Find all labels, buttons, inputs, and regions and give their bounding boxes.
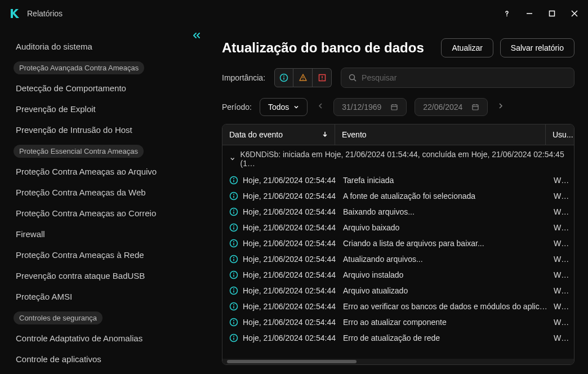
close-button[interactable]	[570, 9, 579, 18]
table-body[interactable]: K6DNDiSb: iniciada em Hoje, 21/06/2024 0…	[222, 145, 574, 359]
table-row[interactable]: Hoje, 21/06/2024 02:54:44Atualizando arq…	[222, 251, 574, 267]
period-dropdown-label: Todos	[268, 103, 289, 112]
row-user: W…	[554, 333, 567, 342]
sidebar-item[interactable]: Detecção de Comportamento	[0, 78, 208, 99]
maximize-button[interactable]	[547, 9, 556, 18]
search-box[interactable]	[341, 68, 574, 88]
severity-critical-toggle[interactable]	[313, 68, 332, 87]
help-button[interactable]	[502, 9, 511, 18]
table-row[interactable]: Hoje, 21/06/2024 02:54:44Arquivo baixado…	[222, 220, 574, 235]
row-user: W…	[554, 286, 567, 295]
sidebar-item[interactable]: Firewall	[0, 224, 208, 244]
info-icon	[229, 318, 238, 327]
info-icon	[229, 286, 238, 295]
svg-point-23	[233, 178, 234, 179]
svg-point-50	[233, 320, 234, 321]
svg-point-29	[233, 210, 234, 211]
save-report-button[interactable]: Salvar relatório	[500, 38, 574, 57]
svg-line-13	[354, 79, 357, 82]
date-from-input[interactable]: 31/12/1969	[333, 98, 407, 116]
row-event: Criando a lista de arquivos para baixar.…	[343, 239, 554, 248]
sidebar-item[interactable]: Proteção AMSI	[0, 286, 208, 307]
table-row[interactable]: Hoje, 21/06/2024 02:54:44Erro de atualiz…	[222, 330, 574, 346]
severity-warning-toggle[interactable]	[293, 68, 313, 87]
row-date: Hoje, 21/06/2024 02:54:44	[243, 333, 343, 342]
sidebar-item[interactable]: Proteção Contra Ameaças da Web	[0, 182, 208, 203]
table-row[interactable]: Hoje, 21/06/2024 02:54:44Erro ao verific…	[222, 299, 574, 314]
sidebar-item-system-audit[interactable]: Auditoria do sistema	[0, 36, 208, 57]
sidebar-section-header: Controles de segurança	[14, 311, 103, 324]
period-dropdown[interactable]: Todos	[260, 98, 308, 116]
table-row[interactable]: Hoje, 21/06/2024 02:54:44Erro ao atualiz…	[222, 314, 574, 330]
table-row[interactable]: Hoje, 21/06/2024 02:54:44A fonte de atua…	[222, 188, 574, 204]
table-row[interactable]: Hoje, 21/06/2024 02:54:44Arquivo instala…	[222, 267, 574, 283]
minimize-button[interactable]	[525, 9, 534, 18]
refresh-button[interactable]: Atualizar	[441, 38, 493, 57]
main-panel: Atualização do banco de dados Atualizar …	[208, 27, 588, 374]
row-user: W…	[554, 270, 567, 279]
svg-point-12	[350, 75, 355, 80]
sidebar-item[interactable]: Proteção Contra Ameaças ao Correio	[0, 203, 208, 224]
svg-point-32	[233, 225, 234, 226]
info-icon	[229, 255, 238, 264]
date-prev-button[interactable]	[315, 100, 326, 114]
row-severity-icon	[229, 302, 243, 311]
horizontal-scrollbar[interactable]	[222, 359, 574, 364]
table-row[interactable]: Hoje, 21/06/2024 02:54:44Tarefa iniciada…	[222, 172, 574, 188]
info-icon	[229, 223, 238, 232]
date-from-value: 31/12/1969	[342, 103, 381, 112]
row-event: A fonte de atualização foi selecionada	[343, 192, 554, 201]
column-header-user[interactable]: Usu...	[546, 124, 574, 145]
sidebar-collapse-button[interactable]	[191, 32, 202, 42]
svg-rect-1	[550, 11, 555, 16]
svg-point-35	[233, 241, 234, 242]
horizontal-scrollbar-thumb[interactable]	[227, 360, 357, 363]
table-group-row[interactable]: K6DNDiSb: iniciada em Hoje, 21/06/2024 0…	[222, 145, 574, 172]
row-user: W…	[554, 302, 567, 311]
table-row[interactable]: Hoje, 21/06/2024 02:54:44Arquivo atualiz…	[222, 283, 574, 299]
row-date: Hoje, 21/06/2024 02:54:44	[243, 192, 343, 201]
info-icon	[229, 192, 238, 201]
info-icon	[229, 239, 238, 248]
sidebar-item[interactable]: Prevenção de Exploit	[0, 99, 208, 119]
search-icon	[348, 73, 357, 82]
svg-point-5	[283, 75, 284, 77]
severity-info-toggle[interactable]	[274, 68, 293, 87]
info-icon	[229, 333, 238, 342]
sidebar-item[interactable]: Proteção Contra Ameaças ao Arquivo	[0, 161, 208, 182]
row-date: Hoje, 21/06/2024 02:54:44	[243, 223, 343, 232]
calendar-icon	[471, 103, 479, 111]
row-severity-icon	[229, 223, 243, 232]
row-date: Hoje, 21/06/2024 02:54:44	[243, 239, 343, 248]
date-next-button[interactable]	[496, 100, 506, 114]
page-title: Atualização do banco de dados	[222, 40, 424, 56]
row-event: Atualizando arquivos...	[343, 255, 554, 264]
row-event: Erro ao atualizar componente	[343, 318, 554, 327]
row-user: W…	[554, 255, 567, 264]
svg-point-53	[233, 336, 234, 337]
sidebar-item[interactable]: Controle de dispositivos	[0, 369, 208, 374]
date-to-value: 22/06/2024	[423, 103, 462, 112]
row-date: Hoje, 21/06/2024 02:54:44	[243, 318, 343, 327]
svg-point-8	[302, 79, 304, 80]
date-to-input[interactable]: 22/06/2024	[415, 98, 488, 116]
sidebar-item[interactable]: Prevenção de Intrusão do Host	[0, 119, 208, 140]
table-row[interactable]: Hoje, 21/06/2024 02:54:44Baixando arquiv…	[222, 204, 574, 220]
table-header: Data do evento Evento Usu...	[222, 124, 574, 145]
table-row[interactable]: Hoje, 21/06/2024 02:54:44Criando a lista…	[222, 235, 574, 251]
chevron-down-icon	[293, 104, 299, 110]
column-header-date[interactable]: Data do evento	[222, 124, 335, 145]
sidebar-item[interactable]: Controle Adaptativo de Anomalias	[0, 328, 208, 349]
row-severity-icon	[229, 207, 243, 216]
sidebar-item[interactable]: Prevenção contra ataque BadUSB	[0, 265, 208, 286]
sidebar-item[interactable]: Proteção Contra Ameaças à Rede	[0, 244, 208, 265]
row-event: Erro de atualização de rede	[343, 333, 554, 342]
info-icon	[229, 270, 238, 279]
svg-rect-18	[473, 105, 478, 110]
sidebar-section-header: Proteção Essencial Contra Ameaças	[14, 145, 144, 158]
search-input[interactable]	[362, 73, 567, 82]
sidebar: Auditoria do sistema Proteção Avançada C…	[0, 27, 208, 374]
row-severity-icon	[229, 318, 243, 327]
sidebar-item[interactable]: Controle de aplicativos	[0, 349, 208, 369]
column-header-event[interactable]: Evento	[335, 124, 546, 145]
